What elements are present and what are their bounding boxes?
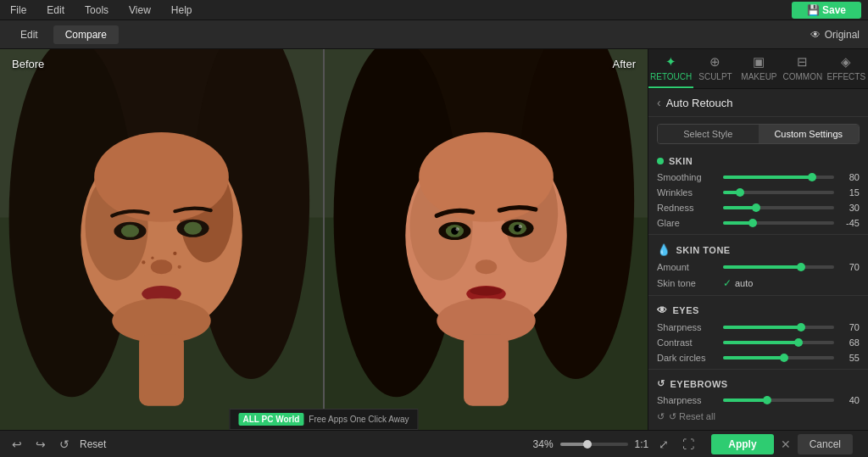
- after-image: [325, 49, 648, 430]
- after-photo: [325, 49, 648, 430]
- svg-point-20: [151, 257, 153, 259]
- smoothing-value: 80: [839, 172, 860, 182]
- retouch-icon: ✦: [665, 54, 676, 70]
- wrinkles-label: Wrinkles: [657, 187, 718, 198]
- watermark-logo: ALL PC World: [238, 413, 303, 426]
- menu-edit[interactable]: Edit: [43, 3, 68, 18]
- svg-point-36: [456, 227, 459, 231]
- panel-content: ‹ Auto Retouch Select Style Custom Setti…: [648, 89, 868, 430]
- before-label: Before: [12, 58, 44, 70]
- amount-fill: [723, 265, 801, 269]
- droplet-icon: 💧: [657, 243, 671, 256]
- amount-thumb[interactable]: [797, 263, 805, 271]
- zoom-ratio: 1:1: [635, 438, 649, 450]
- tab-common[interactable]: ⊟ COMMON: [781, 49, 824, 88]
- zoom-value: 34%: [533, 438, 554, 450]
- eye-contrast-thumb[interactable]: [794, 338, 803, 347]
- dark-circles-thumb[interactable]: [780, 354, 788, 362]
- dark-circles-label: Dark circles: [657, 353, 718, 363]
- svg-point-17: [173, 252, 176, 255]
- reset-label[interactable]: Reset: [80, 438, 106, 450]
- eye-section-icon: 👁: [657, 304, 668, 316]
- select-style-btn[interactable]: Select Style: [658, 125, 759, 143]
- reset-all-btn[interactable]: ↺ ↺ Reset all: [648, 408, 868, 426]
- fullscreen-button[interactable]: ⛶: [679, 436, 698, 453]
- eye-sharpness-row: Sharpness 70: [648, 320, 868, 335]
- menu-tools[interactable]: Tools: [81, 3, 112, 18]
- redness-thumb[interactable]: [752, 203, 760, 212]
- svg-point-13: [151, 259, 172, 274]
- glare-value: -45: [839, 218, 860, 228]
- divider-2: [648, 295, 868, 296]
- wrinkles-track[interactable]: [723, 191, 834, 194]
- before-photo: [0, 49, 323, 430]
- cancel-x-button[interactable]: ✕: [777, 437, 794, 451]
- eye-sharpness-thumb[interactable]: [797, 323, 805, 332]
- before-panel: Before: [0, 49, 323, 430]
- svg-point-18: [142, 260, 145, 264]
- redness-track[interactable]: [723, 206, 834, 209]
- amount-track[interactable]: [723, 265, 834, 269]
- dark-circles-row: Dark circles 55: [648, 350, 868, 365]
- toolbar: Edit Compare 👁 Original: [0, 20, 868, 49]
- eyebrows-icon: ↺: [657, 378, 665, 389]
- eye-contrast-track[interactable]: [723, 341, 834, 344]
- zoom-fit-button[interactable]: ⤢: [655, 436, 672, 453]
- eyebrow-sharpness-thumb[interactable]: [763, 396, 771, 404]
- back-arrow-icon[interactable]: ‹: [657, 96, 661, 109]
- eyebrow-sharpness-track[interactable]: [723, 398, 834, 402]
- tab-effects[interactable]: ◈ EFFECTS: [825, 49, 868, 88]
- svg-rect-16: [139, 334, 184, 406]
- menu-view[interactable]: View: [125, 3, 154, 18]
- amount-value: 70: [839, 262, 860, 272]
- smoothing-fill: [723, 176, 812, 179]
- svg-rect-42: [464, 334, 509, 406]
- menu-file[interactable]: File: [7, 3, 30, 18]
- undo-button[interactable]: ↩: [8, 436, 25, 453]
- svg-point-11: [121, 225, 139, 237]
- view-original-toggle[interactable]: 👁 Original: [810, 29, 860, 41]
- glare-track[interactable]: [723, 221, 834, 225]
- tab-sculpt[interactable]: ⊕ SCULPT: [693, 49, 737, 88]
- amount-slider-row: Amount 70: [648, 259, 868, 275]
- apply-button[interactable]: Apply: [711, 434, 773, 454]
- redo-button[interactable]: ↪: [32, 436, 49, 453]
- glare-thumb[interactable]: [748, 219, 757, 227]
- zoom-slider[interactable]: [560, 443, 628, 446]
- dark-circles-fill: [723, 356, 784, 359]
- sculpt-icon: ⊕: [709, 54, 721, 70]
- tab-bar: ✦ RETOUCH ⊕ SCULPT ▣ MAKEUP ⊟ COMMON ◈ E…: [648, 49, 868, 89]
- smoothing-track[interactable]: [723, 176, 834, 179]
- bottom-bar: ↩ ↪ ↺ Reset 34% 1:1 ⤢ ⛶ Apply ✕ Cancel: [0, 430, 868, 457]
- custom-settings-btn[interactable]: Custom Settings: [759, 125, 860, 143]
- dark-circles-track[interactable]: [723, 356, 834, 359]
- wrinkles-thumb[interactable]: [736, 188, 744, 197]
- skin-tone-auto[interactable]: ✓ auto: [723, 277, 753, 289]
- tab-retouch[interactable]: ✦ RETOUCH: [648, 49, 693, 88]
- eye-contrast-fill: [723, 341, 798, 344]
- breadcrumb-title: Auto Retouch: [666, 97, 733, 109]
- eye-sharpness-fill: [723, 326, 801, 329]
- cancel-button[interactable]: Cancel: [798, 434, 853, 454]
- divider-3: [648, 369, 868, 370]
- smoothing-thumb[interactable]: [808, 173, 816, 181]
- style-selector: Select Style Custom Settings: [657, 124, 860, 144]
- eyebrows-section-header: ↺ EYEBROWS: [648, 373, 868, 393]
- eyebrow-sharpness-value: 40: [839, 395, 860, 405]
- compare-button[interactable]: Compare: [53, 25, 119, 44]
- edit-button[interactable]: Edit: [8, 25, 50, 44]
- eyebrow-sharpness-label: Sharpness: [657, 395, 718, 405]
- skin-tone-label: Skin tone: [657, 278, 718, 288]
- zoom-thumb[interactable]: [583, 440, 592, 449]
- svg-point-37: [519, 225, 522, 228]
- save-button[interactable]: 💾 Save: [792, 2, 861, 19]
- eye-sharpness-track[interactable]: [723, 326, 834, 329]
- menu-help[interactable]: Help: [168, 3, 196, 18]
- zoom-controls: 34% 1:1 ⤢ ⛶: [533, 436, 698, 453]
- reset-icon-button[interactable]: ↺: [56, 436, 73, 453]
- tab-makeup[interactable]: ▣ MAKEUP: [737, 49, 781, 88]
- wrinkles-slider-row: Wrinkles 15: [648, 185, 868, 200]
- common-icon: ⊟: [797, 54, 808, 70]
- menu-bar: File Edit Tools View Help 💾 Save: [0, 0, 868, 20]
- eyebrow-sharpness-fill: [723, 398, 767, 402]
